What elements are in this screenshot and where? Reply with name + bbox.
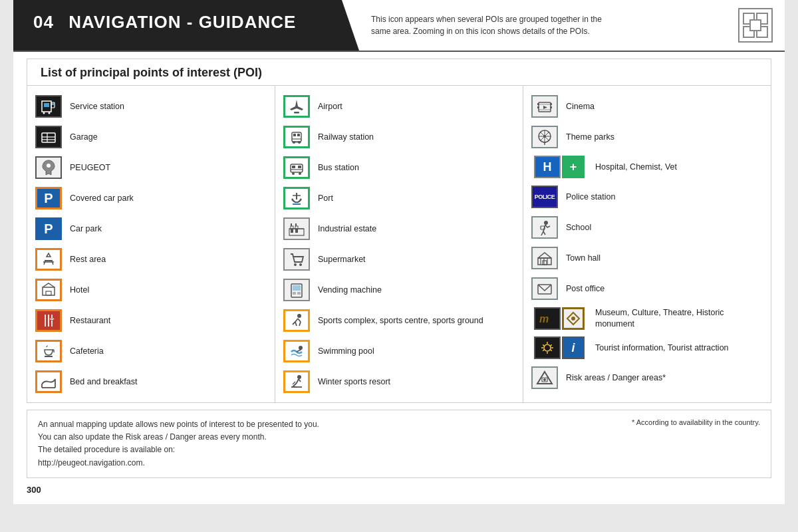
school-label: School <box>566 222 591 233</box>
bed-breakfast-icon <box>34 370 63 394</box>
car-park-icon: P <box>34 217 63 241</box>
svg-rect-55 <box>291 223 292 226</box>
covered-car-park-icon: P <box>34 186 63 210</box>
poi-item-winter-sports: Winter sports resort <box>275 366 523 397</box>
svg-rect-86 <box>538 258 551 265</box>
police-icon: POLICE <box>530 185 559 209</box>
vending-machine-icon <box>282 278 311 302</box>
section-title: List of principal points of interest (PO… <box>27 59 771 85</box>
svg-point-105 <box>543 378 546 381</box>
railway-station-label: Railway station <box>318 132 374 143</box>
poi-item-cinema: Cinema <box>523 91 771 122</box>
svg-point-81 <box>543 135 546 138</box>
svg-rect-74 <box>551 103 553 105</box>
svg-point-63 <box>297 314 301 318</box>
svg-rect-75 <box>551 106 553 108</box>
airport-icon <box>282 94 311 118</box>
svg-point-58 <box>299 263 302 266</box>
cafeteria-label: Cafeteria <box>70 346 104 357</box>
svg-rect-8 <box>52 103 54 105</box>
hospital-icon-double: H + <box>530 156 589 178</box>
poi-item-police: POLICE Police station <box>523 182 771 212</box>
hotel-icon <box>34 278 63 302</box>
bed-breakfast-label: Bed and breakfast <box>70 376 137 388</box>
footer-note: * According to availability in the count… <box>632 418 760 426</box>
poi-item-peugeot: PEUGEOT <box>27 152 275 183</box>
port-icon <box>282 186 311 210</box>
svg-line-19 <box>52 261 53 265</box>
bus-station-label: Bus station <box>318 162 359 174</box>
car-park-label: Car park <box>70 223 102 235</box>
poi-item-car-park: P Car park <box>27 213 275 244</box>
poi-item-railway-station: Railway station <box>275 122 523 152</box>
svg-line-103 <box>543 350 544 351</box>
poi-item-hotel: Hotel <box>27 275 275 305</box>
garage-icon <box>34 125 63 149</box>
header-description-area: This icon appears when several POIs are … <box>359 0 785 51</box>
svg-rect-91 <box>543 261 547 265</box>
svg-point-45 <box>299 172 301 175</box>
rest-area-icon <box>34 247 63 271</box>
footer-text: An annual mapping update allows new poin… <box>38 418 319 469</box>
cafeteria-icon <box>34 339 63 363</box>
svg-rect-33 <box>292 132 301 142</box>
chapter-title-box: 04 NAVIGATION - GUIDANCE <box>13 0 359 51</box>
museum-label: Museum, Culture, Theatre, Historic monum… <box>595 307 764 330</box>
svg-point-65 <box>297 375 301 379</box>
svg-rect-61 <box>293 292 296 295</box>
page-number: 300 <box>13 482 785 497</box>
svg-point-94 <box>571 317 575 321</box>
footer-line-3: The detailed procedure is available on: <box>38 444 319 456</box>
svg-rect-52 <box>291 226 293 229</box>
cluster-poi-icon <box>738 8 773 43</box>
poi-item-town-hall: Town hall <box>523 243 771 273</box>
supermarket-icon <box>282 247 311 271</box>
town-hall-icon <box>530 246 559 270</box>
tourist-icon-double: i <box>530 336 589 359</box>
svg-rect-51 <box>295 229 298 233</box>
poi-table: Service station Garage <box>27 85 771 403</box>
swimming-pool-icon <box>282 339 311 363</box>
svg-rect-42 <box>298 166 301 168</box>
header-description-text: This icon appears when several POIs are … <box>371 13 610 37</box>
svg-rect-21 <box>46 291 51 295</box>
svg-rect-34 <box>293 134 296 136</box>
theme-parks-icon <box>530 125 559 149</box>
poi-col-2: Airport <box>275 86 523 402</box>
svg-rect-62 <box>297 292 301 295</box>
poi-item-cafeteria: Cafeteria <box>27 336 275 366</box>
svg-rect-56 <box>295 223 297 226</box>
hotel-label: Hotel <box>70 285 89 296</box>
restaurant-label: Restaurant <box>70 315 110 327</box>
supermarket-label: Supermarket <box>318 254 366 265</box>
footer-line-4: http://peugeot.navigation.com. <box>38 457 319 469</box>
police-label: Police station <box>566 192 615 203</box>
garage-label: Garage <box>70 132 98 143</box>
post-office-icon <box>530 277 559 301</box>
svg-point-10 <box>49 112 51 114</box>
svg-line-18 <box>44 261 45 265</box>
museum-icon-double: m <box>530 307 589 330</box>
vending-machine-label: Vending machine <box>318 285 382 296</box>
svg-rect-6 <box>44 103 49 107</box>
poi-item-supermarket: Supermarket <box>275 244 523 275</box>
poi-item-bed-breakfast: Bed and breakfast <box>27 366 275 397</box>
svg-rect-73 <box>537 106 539 108</box>
svg-rect-53 <box>295 226 298 229</box>
svg-rect-70 <box>539 104 551 105</box>
svg-line-100 <box>543 344 544 346</box>
poi-item-restaurant: Restaurant <box>27 305 275 336</box>
footer-line-1: An annual mapping update allows new poin… <box>38 418 319 431</box>
poi-item-school: School <box>523 212 771 243</box>
covered-car-park-label: Covered car park <box>70 193 134 204</box>
risk-areas-icon <box>530 366 559 390</box>
svg-point-15 <box>47 164 51 168</box>
poi-item-rest-area: Rest area <box>27 244 275 275</box>
service-station-label: Service station <box>70 101 124 112</box>
cinema-icon <box>530 94 559 118</box>
svg-line-102 <box>551 344 552 346</box>
footer-line-2: You can also update the Risk areas / Dan… <box>38 431 319 444</box>
svg-rect-11 <box>42 133 55 142</box>
tourist-label: Tourist information, Tourist attraction <box>595 342 729 354</box>
risk-areas-label: Risk areas / Danger areas* <box>566 372 666 384</box>
